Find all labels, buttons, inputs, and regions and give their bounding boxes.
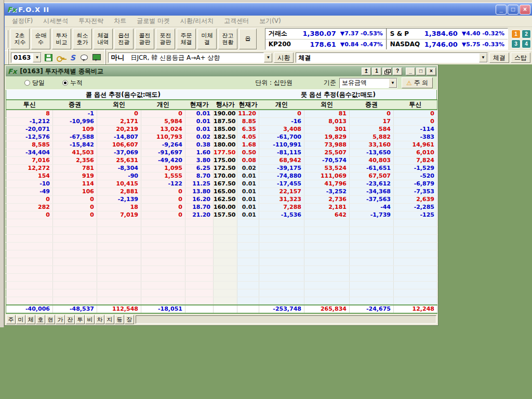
cell: -44 xyxy=(350,204,394,211)
empty-cell xyxy=(350,243,394,250)
empty-cell xyxy=(141,282,185,289)
bottom-tab-button[interactable]: 잔 xyxy=(65,315,75,324)
bottom-tab-button[interactable]: 비 xyxy=(85,315,95,324)
maximize-button[interactable]: □ xyxy=(508,5,518,15)
empty-cell xyxy=(185,235,214,243)
execution-combo[interactable]: 체결 ▼ xyxy=(296,52,488,63)
toolbar-button[interactable]: 콜전광판 xyxy=(135,29,154,49)
toolbar-button[interactable]: 옵 xyxy=(239,29,257,49)
empty-cell xyxy=(97,266,141,274)
news-ticker[interactable]: 마니 日JCR, 韓 신용등급 A→A+ 상향 xyxy=(108,52,264,63)
quick-screen-button-1[interactable]: 1 xyxy=(511,30,521,38)
cell: 111,069 xyxy=(304,172,350,180)
close-button[interactable]: × xyxy=(520,5,530,15)
child-maximize-button[interactable]: □ xyxy=(416,68,425,75)
market-row: NASDAQ1,746.00▼5.75 -0.33% xyxy=(387,39,508,49)
s-logo-icon[interactable]: S xyxy=(69,54,76,61)
child-screen-number-button[interactable]: 1 xyxy=(372,68,381,75)
toolbar-button[interactable]: 최소호가 xyxy=(73,29,92,49)
bottom-tab-button[interactable]: 차 xyxy=(95,315,104,324)
ticker-dropdown-icon[interactable]: ▼ xyxy=(264,53,272,62)
cell: 40,803 xyxy=(350,157,394,165)
empty-cell xyxy=(237,289,259,297)
cell: 13,024 xyxy=(141,126,185,134)
bottom-tab-button[interactable]: 호 xyxy=(36,315,45,324)
empty-cell xyxy=(237,258,259,266)
toolbar-button-label: 콜전 xyxy=(136,32,154,39)
execution-dropdown-icon[interactable]: ▼ xyxy=(479,53,487,62)
menu-item[interactable]: 시황/리서치 xyxy=(175,15,219,27)
bottom-tab-button[interactable]: 등 xyxy=(115,315,124,324)
cell: -37,069 xyxy=(97,149,141,157)
monitor-icon[interactable] xyxy=(92,54,100,61)
quick-screen-button-4[interactable]: 4 xyxy=(522,39,531,48)
child-help-button[interactable]: ? xyxy=(393,68,402,75)
toolbar-button[interactable]: 체결내역 xyxy=(94,29,113,49)
toolbar-button[interactable]: 주문체결 xyxy=(177,29,196,49)
quick-screen-button-3[interactable]: 3 xyxy=(511,39,521,48)
bottom-tab-button[interactable]: 지 xyxy=(105,315,114,324)
bottom-tab-button[interactable]: 투 xyxy=(75,315,85,324)
market-brief-button[interactable]: 시황 xyxy=(274,52,294,63)
bottom-tab-button[interactable]: 장 xyxy=(125,315,134,324)
screen-code-combo[interactable]: 0163 ▼ xyxy=(11,52,42,63)
main-window: Fx F.O.X II _ □ × 설정(F)시세분석투자전략차트글로벌 마켓시… xyxy=(4,3,532,64)
child-minimize-button[interactable]: _ xyxy=(406,68,415,75)
basis-dropdown-icon[interactable]: ▼ xyxy=(389,78,397,88)
child-cascade-button[interactable] xyxy=(382,68,392,75)
basis-combo[interactable]: 보유금액 ▼ xyxy=(339,78,397,88)
total-cell xyxy=(185,305,214,313)
menu-item[interactable]: 보기(V) xyxy=(254,15,286,27)
empty-cell xyxy=(304,266,350,274)
toolbar-button[interactable]: 미체결 xyxy=(197,29,217,49)
toolbar-button[interactable]: 투자비교 xyxy=(52,29,71,49)
bottom-tab-button[interactable]: 미 xyxy=(16,315,25,324)
empty-cell xyxy=(237,227,259,235)
toolbar-grip[interactable] xyxy=(7,30,8,48)
floppy-icon[interactable] xyxy=(45,54,52,61)
menu-item[interactable]: 고객센터 xyxy=(219,15,254,27)
empty-cell xyxy=(185,219,214,227)
stop-button[interactable]: 스탑 xyxy=(511,52,530,63)
toolbar-grip-2[interactable] xyxy=(7,49,9,66)
menu-item[interactable]: 설정(F) xyxy=(7,15,38,27)
cell: 0.01 xyxy=(185,118,214,126)
child-pin-button[interactable]: ↥ xyxy=(362,68,371,75)
basis-label: 기준 xyxy=(324,78,336,87)
chat-icon[interactable] xyxy=(81,54,88,61)
toolbar-button[interactable]: 잔고현황 xyxy=(218,29,237,49)
quick-screen-button-2[interactable]: 2 xyxy=(522,30,531,38)
cell: 2,171 xyxy=(97,118,141,126)
child-close-button[interactable]: × xyxy=(427,68,436,75)
cell: -1,212 xyxy=(6,118,53,126)
cell: 1,095 xyxy=(141,165,185,172)
execution-button[interactable]: 체결 xyxy=(489,52,509,63)
toolbar-button[interactable]: 2초지수 xyxy=(10,29,30,49)
menu-item[interactable]: 시세분석 xyxy=(38,15,73,27)
column-header: 투신 xyxy=(6,100,53,110)
bottom-tab-button[interactable]: 주 xyxy=(6,315,16,324)
radio-option[interactable]: 당일 xyxy=(24,78,45,87)
bottom-tab-button[interactable]: 현 xyxy=(46,315,55,324)
toolbar-button[interactable]: 옵션전광 xyxy=(114,29,134,49)
key-icon[interactable] xyxy=(57,54,64,61)
menu-item[interactable]: 차트 xyxy=(109,15,131,27)
menu-item[interactable]: 글로벌 마켓 xyxy=(131,15,175,27)
main-titlebar[interactable]: Fx F.O.X II _ □ × xyxy=(5,3,532,16)
child-titlebar[interactable]: Fx [0163] 투자주체별 종목비교 ↥1?_□× xyxy=(6,66,437,76)
radio-option[interactable]: 누적 xyxy=(62,78,83,87)
menu-item[interactable]: 투자전략 xyxy=(73,15,109,27)
radio-label: 당일 xyxy=(32,78,45,87)
empty-cell xyxy=(6,243,53,250)
toolbar-button[interactable]: 풋전광판 xyxy=(156,29,175,49)
empty-cell xyxy=(6,274,53,282)
cell: 175.00 xyxy=(214,157,237,165)
bottom-tab-button[interactable]: 가 xyxy=(56,315,65,324)
empty-cell xyxy=(97,274,141,282)
empty-cell xyxy=(350,289,394,297)
toolbar-button[interactable]: 순매수 xyxy=(31,29,50,49)
minimize-button[interactable]: _ xyxy=(496,5,507,15)
bottom-tab-button[interactable]: 체 xyxy=(26,315,35,324)
warning-button[interactable]: ⚠ 주 의 xyxy=(402,77,433,88)
screen-code-dropdown-icon[interactable]: ▼ xyxy=(33,53,41,62)
